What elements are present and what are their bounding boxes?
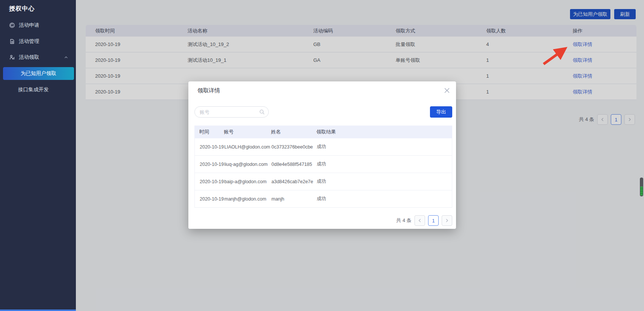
app-title: 授权中心 <box>9 5 35 13</box>
cell-name: 0c3732376bee0cbe <box>271 144 317 150</box>
sidebar-item-claim-for-known-users[interactable]: 为已知用户领取 <box>3 67 74 80</box>
table-row: 2020-10-19 baip-a@glodon.com a3d8426cab7… <box>195 173 452 190</box>
chevron-up-icon[interactable] <box>64 55 68 61</box>
cell-time: 2020-10-19 <box>200 144 224 150</box>
sidebar: 授权中心 活动申请 活动管理 活动领取 <box>0 0 76 311</box>
cell-account: manjh@glodon.com <box>224 196 271 202</box>
cell-time: 2020-10-19 <box>200 179 224 184</box>
modal-table-body: 2020-10-19 LIAOLH@glodon.com 0c3732376be… <box>194 138 452 208</box>
modal-title: 领取详情 <box>197 87 220 94</box>
cell-name: a3d8426cab7e2e7e <box>271 179 317 184</box>
cell-result: 成功 <box>317 161 452 167</box>
scrollbar-widget[interactable] <box>639 177 644 197</box>
cell-name: manjh <box>271 196 317 202</box>
cell-account: baip-a@glodon.com <box>224 179 271 184</box>
sidebar-subitem-label: 为已知用户领取 <box>21 70 57 77</box>
sidebar-item-label: 活动领取 <box>19 54 39 61</box>
account-search-input[interactable] <box>194 106 269 118</box>
cell-name: 0d8e4e588f547185 <box>271 162 317 167</box>
page-number-button[interactable]: 1 <box>428 215 439 226</box>
column-header: 账号 <box>224 129 271 135</box>
sidebar-item-label: 活动申请 <box>19 22 39 29</box>
modal-table-header-row: 时间 账号 姓名 领取结果 <box>194 126 452 138</box>
prev-page-button[interactable] <box>414 215 425 226</box>
cell-result: 成功 <box>317 196 452 202</box>
pagination-total: 共 4 条 <box>396 217 411 224</box>
claim-detail-modal: 领取详情 导出 时间 账号 姓名 领取结果 2020-10-19 LIAOLH@… <box>188 81 456 229</box>
sidebar-bottom-strip <box>0 309 76 311</box>
table-row: 2020-10-19 liuq-ag@glodon.com 0d8e4e588f… <box>195 156 452 173</box>
sidebar-item-activity-apply[interactable]: 活动申请 <box>0 19 76 32</box>
account-search-field <box>194 106 269 118</box>
search-icon[interactable] <box>259 109 265 116</box>
column-header: 领取结果 <box>316 129 452 135</box>
activity-apply-icon <box>9 22 15 28</box>
activity-manage-icon <box>9 38 15 44</box>
sidebar-item-api-integration[interactable]: 接口集成开发 <box>18 86 49 93</box>
widget-stripes <box>640 187 643 196</box>
sidebar-item-activity-manage[interactable]: 活动管理 <box>0 35 76 48</box>
claim-detail-table: 时间 账号 姓名 领取结果 2020-10-19 LIAOLH@glodon.c… <box>194 126 452 208</box>
export-button[interactable]: 导出 <box>430 106 452 118</box>
sidebar-item-activity-claim[interactable]: 活动领取 <box>0 51 76 64</box>
activity-claim-icon <box>9 54 15 60</box>
sidebar-item-label: 活动管理 <box>19 38 39 45</box>
cell-result: 成功 <box>317 144 452 150</box>
cell-time: 2020-10-19 <box>200 196 224 202</box>
next-page-button[interactable] <box>442 215 452 226</box>
table-row: 2020-10-19 manjh@glodon.com manjh 成功 <box>195 190 452 208</box>
cell-account: LIAOLH@glodon.com <box>224 144 271 150</box>
column-header: 时间 <box>199 129 224 135</box>
cell-time: 2020-10-19 <box>200 162 224 167</box>
modal-pagination: 共 4 条 1 <box>396 215 452 226</box>
sidebar-subitem-label: 接口集成开发 <box>18 87 49 92</box>
red-arrow-annotation-icon <box>541 44 572 67</box>
cell-result: 成功 <box>317 178 452 185</box>
close-icon[interactable] <box>443 87 451 94</box>
cell-account: liuq-ag@glodon.com <box>224 162 271 167</box>
column-header: 姓名 <box>271 129 316 135</box>
table-row: 2020-10-19 LIAOLH@glodon.com 0c3732376be… <box>195 138 452 156</box>
